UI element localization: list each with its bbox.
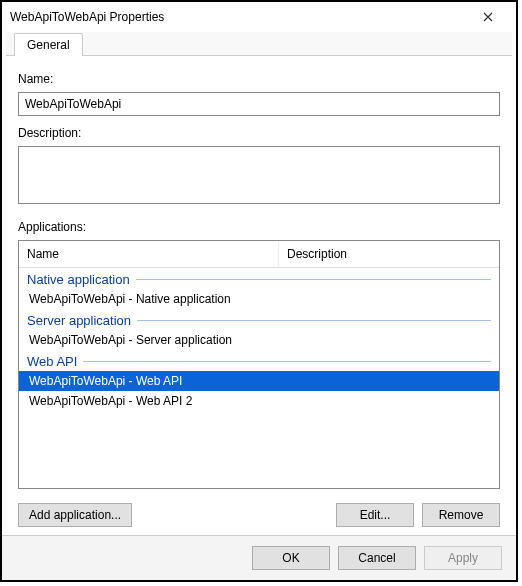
list-item[interactable]: WebApiToWebApi - Native application [19,289,499,309]
column-header-description[interactable]: Description [279,241,499,267]
list-item[interactable]: WebApiToWebApi - Web API [19,371,499,391]
close-button[interactable] [468,3,508,31]
group-header: Native application [19,268,499,289]
applications-listbox: Name Description Native applicationWebAp… [18,240,500,489]
list-item[interactable]: WebApiToWebApi - Web API 2 [19,391,499,411]
group-header-line [136,279,491,280]
group-header-label: Native application [27,272,130,287]
description-label: Description: [18,126,500,140]
close-icon [483,12,493,22]
add-application-button[interactable]: Add application... [18,503,132,527]
remove-button[interactable]: Remove [422,503,500,527]
titlebar: WebApiToWebApi Properties [2,2,516,32]
list-item[interactable]: WebApiToWebApi - Server application [19,330,499,350]
name-input[interactable] [18,92,500,116]
ok-button[interactable]: OK [252,546,330,570]
group-header-label: Web API [27,354,77,369]
tab-content: Name: Description: Applications: Name De… [2,56,516,535]
tabstrip: General [6,32,512,56]
group-header-line [83,361,491,362]
edit-button[interactable]: Edit... [336,503,414,527]
applications-header: Name Description [19,241,499,268]
tab-general[interactable]: General [14,33,83,56]
applications-buttons: Add application... Edit... Remove [18,503,500,527]
group-header: Web API [19,350,499,371]
window-title: WebApiToWebApi Properties [10,10,468,24]
group-header-label: Server application [27,313,131,328]
applications-label: Applications: [18,220,500,234]
description-input[interactable] [18,146,500,204]
applications-list[interactable]: Native applicationWebApiToWebApi - Nativ… [19,268,499,488]
name-label: Name: [18,72,500,86]
properties-dialog: WebApiToWebApi Properties General Name: … [0,0,518,582]
group-header: Server application [19,309,499,330]
apply-button[interactable]: Apply [424,546,502,570]
cancel-button[interactable]: Cancel [338,546,416,570]
group-header-line [137,320,491,321]
dialog-footer: OK Cancel Apply [2,535,516,580]
column-header-name[interactable]: Name [19,241,279,267]
